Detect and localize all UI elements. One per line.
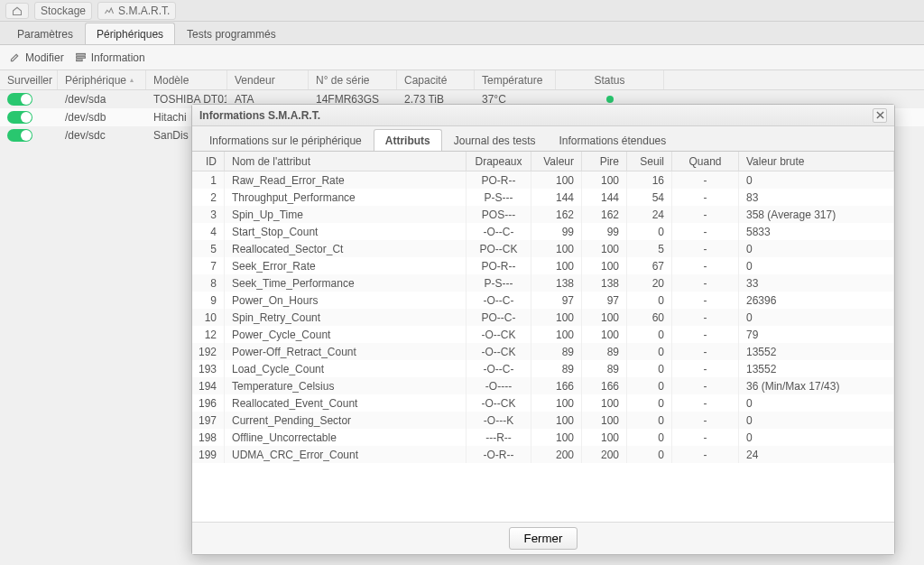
attr-thresh: 0	[627, 377, 672, 394]
attr-id: 9	[192, 292, 225, 309]
attr-name: Spin_Retry_Count	[225, 309, 467, 326]
attribute-row[interactable]: 197Current_Pending_Sector-O---K1001000-0	[192, 412, 894, 429]
attr-worst: 89	[582, 343, 627, 360]
attr-when: -	[672, 206, 739, 223]
attr-thresh: 60	[627, 309, 672, 326]
attr-name: Reallocated_Event_Count	[225, 394, 467, 412]
attr-worst: 100	[582, 394, 627, 412]
attr-when: -	[672, 394, 739, 412]
attr-thresh: 0	[627, 446, 672, 463]
attr-raw: 0	[739, 309, 894, 326]
attr-flags: -O--C-	[467, 223, 531, 240]
attr-id: 7	[192, 257, 225, 274]
attr-name: Current_Pending_Sector	[225, 412, 467, 429]
attr-when: -	[672, 257, 739, 274]
attr-id: 194	[192, 377, 225, 394]
attribute-row[interactable]: 199UDMA_CRC_Error_Count-O-R--2002000-24	[192, 446, 894, 463]
attr-value: 200	[531, 446, 582, 463]
attr-thresh: 0	[627, 292, 672, 309]
attr-flags: PO--C-	[467, 309, 531, 326]
attr-raw: 24	[739, 446, 894, 463]
attribute-row[interactable]: 5Reallocated_Sector_CtPO--CK1001005-0	[192, 240, 894, 257]
attribute-row[interactable]: 4Start_Stop_Count-O--C-99990-5833	[192, 223, 894, 240]
col-attr-raw[interactable]: Valeur brute	[739, 152, 894, 171]
attr-thresh: 0	[627, 223, 672, 240]
attr-id: 196	[192, 394, 225, 412]
attr-name: Load_Cycle_Count	[225, 360, 467, 377]
attr-value: 100	[531, 394, 582, 412]
attr-thresh: 5	[627, 240, 672, 257]
col-attr-when[interactable]: Quand	[672, 152, 739, 171]
col-attr-value[interactable]: Valeur	[531, 152, 582, 171]
attr-worst: 100	[582, 171, 627, 189]
attribute-row[interactable]: 9Power_On_Hours-O--C-97970-26396	[192, 292, 894, 309]
attribute-row[interactable]: 2Throughput_PerformanceP-S---14414454-83	[192, 189, 894, 206]
attr-flags: PO-R--	[467, 257, 531, 274]
attr-value: 144	[531, 189, 582, 206]
attr-thresh: 24	[627, 206, 672, 223]
attr-worst: 100	[582, 257, 627, 274]
attribute-row[interactable]: 1Raw_Read_Error_RatePO-R--10010016-0	[192, 171, 894, 189]
tab-device-info[interactable]: Informations sur le périphérique	[198, 129, 374, 151]
attr-name: Seek_Time_Performance	[225, 274, 467, 292]
modal-titlebar[interactable]: Informations S.M.A.R.T.	[192, 105, 894, 126]
modal-title: Informations S.M.A.R.T.	[199, 109, 320, 122]
modal-footer: Fermer	[192, 522, 894, 554]
attr-value: 100	[531, 240, 582, 257]
attr-name: Throughput_Performance	[225, 189, 467, 206]
attr-when: -	[672, 240, 739, 257]
attribute-row[interactable]: 3Spin_Up_TimePOS---16216224-358 (Average…	[192, 206, 894, 223]
attr-thresh: 0	[627, 326, 672, 343]
attr-raw: 26396	[739, 292, 894, 309]
attr-name: Power-Off_Retract_Count	[225, 343, 467, 360]
attr-worst: 100	[582, 429, 627, 446]
attr-raw: 13552	[739, 360, 894, 377]
attributes-header: ID Nom de l'attribut Drapeaux Valeur Pir…	[192, 152, 894, 171]
attr-flags: -O--CK	[467, 394, 531, 412]
attr-raw: 0	[739, 240, 894, 257]
attribute-row[interactable]: 12Power_Cycle_Count-O--CK1001000-79	[192, 326, 894, 343]
col-attr-thresh[interactable]: Seuil	[627, 152, 672, 171]
attr-raw: 36 (Min/Max 17/43)	[739, 377, 894, 394]
col-attr-id[interactable]: ID	[192, 152, 225, 171]
attr-value: 166	[531, 377, 582, 394]
attribute-row[interactable]: 198Offline_Uncorrectable---R--1001000-0	[192, 429, 894, 446]
attr-value: 162	[531, 206, 582, 223]
attr-raw: 79	[739, 326, 894, 343]
attr-raw: 358 (Average 317)	[739, 206, 894, 223]
attr-name: Start_Stop_Count	[225, 223, 467, 240]
attribute-row[interactable]: 196Reallocated_Event_Count-O--CK1001000-…	[192, 394, 894, 412]
close-icon[interactable]	[873, 108, 887, 123]
attr-name: Spin_Up_Time	[225, 206, 467, 223]
attr-id: 199	[192, 446, 225, 463]
tab-attributes[interactable]: Attributs	[374, 129, 442, 151]
attr-flags: P-S---	[467, 274, 531, 292]
attr-flags: -O--C-	[467, 360, 531, 377]
attr-when: -	[672, 446, 739, 463]
col-attr-flags[interactable]: Drapeaux	[467, 152, 531, 171]
attr-thresh: 54	[627, 189, 672, 206]
close-button[interactable]: Fermer	[509, 527, 578, 550]
attr-flags: ---R--	[467, 429, 531, 446]
col-attr-name[interactable]: Nom de l'attribut	[225, 152, 467, 171]
attributes-area: ID Nom de l'attribut Drapeaux Valeur Pir…	[192, 152, 894, 522]
attribute-row[interactable]: 10Spin_Retry_CountPO--C-10010060-0	[192, 309, 894, 326]
attribute-row[interactable]: 194Temperature_Celsius-O----1661660-36 (…	[192, 377, 894, 394]
attr-when: -	[672, 377, 739, 394]
attribute-row[interactable]: 192Power-Off_Retract_Count-O--CK89890-13…	[192, 343, 894, 360]
attr-raw: 0	[739, 412, 894, 429]
attr-worst: 100	[582, 326, 627, 343]
attr-value: 99	[531, 223, 582, 240]
tab-extended-info[interactable]: Informations étendues	[547, 129, 678, 151]
attr-raw: 33	[739, 274, 894, 292]
attribute-row[interactable]: 7Seek_Error_RatePO-R--10010067-0	[192, 257, 894, 274]
attribute-row[interactable]: 8Seek_Time_PerformanceP-S---13813820-33	[192, 274, 894, 292]
attr-flags: P-S---	[467, 189, 531, 206]
attribute-row[interactable]: 193Load_Cycle_Count-O--C-89890-13552	[192, 360, 894, 377]
attr-thresh: 20	[627, 274, 672, 292]
col-attr-worst[interactable]: Pire	[582, 152, 627, 171]
attr-id: 192	[192, 343, 225, 360]
attr-id: 198	[192, 429, 225, 446]
attr-thresh: 0	[627, 343, 672, 360]
tab-test-log[interactable]: Journal des tests	[442, 129, 548, 151]
